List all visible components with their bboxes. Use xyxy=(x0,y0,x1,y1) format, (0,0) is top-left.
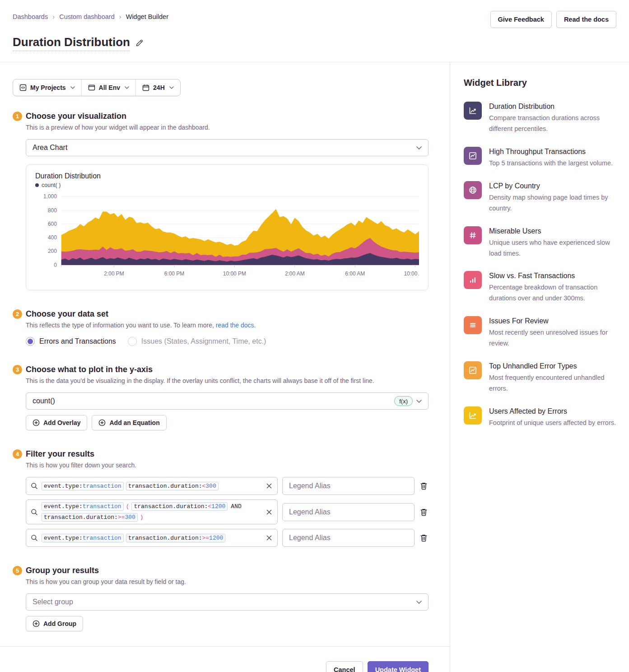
svg-text:600: 600 xyxy=(48,221,57,227)
trash-icon xyxy=(420,508,428,516)
library-item-miserable-users[interactable]: Miserable Users Unique users who have ex… xyxy=(464,226,616,259)
library-item-description: Compare transaction durations across dif… xyxy=(489,113,616,135)
page-title[interactable]: Duration Distribution xyxy=(13,35,130,51)
builder-main: My Projects All Env 24H 1 Choose your vi… xyxy=(0,62,450,672)
svg-text:2:00 PM: 2:00 PM xyxy=(104,271,124,277)
group-select[interactable]: Select group xyxy=(26,593,429,611)
breadcrumb-custom-dashboard[interactable]: Custom dashboard xyxy=(59,13,115,20)
add-equation-button[interactable]: Add an Equation xyxy=(92,415,166,430)
library-item-high-throughput[interactable]: High Throughput Transactions Top 5 trans… xyxy=(464,147,616,169)
delete-filter-button[interactable] xyxy=(419,481,429,491)
projects-filter[interactable]: My Projects xyxy=(13,79,81,96)
search-query-input[interactable]: event.type:transaction transaction.durat… xyxy=(26,477,278,495)
clear-query-button[interactable] xyxy=(266,535,272,541)
delete-filter-button[interactable] xyxy=(419,507,429,517)
search-icon xyxy=(31,482,38,490)
trash-icon xyxy=(420,482,428,490)
page-filter-bar: My Projects All Env 24H xyxy=(13,79,181,96)
library-item-description: Most frequently encountered unhandled er… xyxy=(489,373,616,394)
close-icon xyxy=(266,509,272,515)
section-yaxis: 3 Choose what to plot in the y-axis This… xyxy=(13,365,429,430)
widget-builder-page: Dashboards › Custom dashboard › Widget B… xyxy=(0,0,629,672)
library-item-description: Top 5 transactions with the largest volu… xyxy=(489,158,613,169)
section-number-badge: 2 xyxy=(13,309,22,319)
library-item-duration-distribution[interactable]: Duration Distribution Compare transactio… xyxy=(464,102,616,135)
edit-title-button[interactable] xyxy=(135,38,144,48)
read-the-docs-button[interactable]: Read the docs xyxy=(556,11,616,28)
breadcrumb-separator: › xyxy=(119,13,121,20)
add-group-button[interactable]: Add Group xyxy=(26,616,83,631)
legend-alias-input[interactable] xyxy=(282,503,415,521)
section-dataset: 2 Choose your data set This reflects the… xyxy=(13,309,429,346)
radio-label: Issues (States, Assignment, Time, etc.) xyxy=(141,337,266,345)
update-widget-button[interactable]: Update Widget xyxy=(368,661,429,672)
library-item-users-affected[interactable]: Users Affected by Errors Footprint of un… xyxy=(464,406,616,429)
globe-icon xyxy=(464,181,482,199)
yaxis-field-select[interactable]: count() f(x) xyxy=(26,392,429,410)
line-chart-icon xyxy=(464,406,482,425)
search-query-input[interactable]: event.type:transaction ( transaction.dur… xyxy=(26,499,278,524)
add-overlay-button[interactable]: Add Overlay xyxy=(26,415,87,430)
legend-alias-input[interactable] xyxy=(282,529,415,547)
section-title: Choose your data set xyxy=(26,309,429,319)
radio-selected-icon xyxy=(26,337,35,346)
environment-filter[interactable]: All Env xyxy=(81,79,135,96)
window-icon xyxy=(88,84,95,91)
svg-text:10:00 PM: 10:00 PM xyxy=(223,271,246,277)
library-item-lcp-by-country[interactable]: LCP by Country Density map showing page … xyxy=(464,181,616,214)
chevron-down-icon xyxy=(70,86,75,89)
breadcrumb-dashboards[interactable]: Dashboards xyxy=(13,13,48,20)
breadcrumb-widget-builder: Widget Builder xyxy=(126,13,168,20)
add-group-label: Add Group xyxy=(43,620,76,627)
trash-icon xyxy=(420,534,428,542)
add-overlay-label: Add Overlay xyxy=(43,419,80,426)
library-item-description: Density map showing page load times by c… xyxy=(489,192,616,214)
section-subtitle: This reflects the type of information yo… xyxy=(26,322,429,329)
calendar-icon xyxy=(142,84,149,91)
legend-label: count( ) xyxy=(42,182,61,188)
visualization-select-value: Area Chart xyxy=(33,144,416,152)
svg-text:2:00 AM: 2:00 AM xyxy=(285,271,305,277)
svg-text:200: 200 xyxy=(48,248,57,254)
library-item-description: Footprint of unique users affected by er… xyxy=(489,418,616,429)
library-item-issues-for-review[interactable]: Issues For Review Most recently seen unr… xyxy=(464,316,616,349)
library-item-title: Users Affected by Errors xyxy=(489,407,616,415)
time-range-filter-label: 24H xyxy=(153,84,165,91)
close-icon xyxy=(266,535,272,541)
visualization-select[interactable]: Area Chart xyxy=(26,139,429,156)
library-item-top-unhandled-errors[interactable]: Top Unhandled Error Types Most frequentl… xyxy=(464,361,616,394)
page-header: Dashboards › Custom dashboard › Widget B… xyxy=(0,0,629,62)
widget-preview-panel: Duration Distribution count( ) 020040060… xyxy=(26,164,429,290)
radio-errors-and-transactions[interactable]: Errors and Transactions xyxy=(26,337,116,346)
widget-library-title: Widget Library xyxy=(464,78,616,88)
give-feedback-button[interactable]: Give Feedback xyxy=(490,11,552,28)
library-item-title: Miserable Users xyxy=(489,227,616,235)
section-number-badge: 4 xyxy=(13,449,22,459)
library-item-description: Percentage breakdown of transaction dura… xyxy=(489,282,616,304)
section-subtitle: This is the data you'd be visualizing in… xyxy=(26,377,429,384)
search-query-input[interactable]: event.type:transaction transaction.durat… xyxy=(26,529,278,547)
read-the-docs-link[interactable]: read the docs. xyxy=(216,322,256,329)
section-number-badge: 3 xyxy=(13,365,22,374)
library-item-title: Duration Distribution xyxy=(489,103,616,111)
yaxis-field-value: count() xyxy=(33,397,394,405)
section-title: Choose your visualization xyxy=(26,112,429,121)
radio-issues[interactable]: Issues (States, Assignment, Time, etc.) xyxy=(128,337,266,346)
clear-query-button[interactable] xyxy=(266,483,272,489)
time-range-filter[interactable]: 24H xyxy=(135,79,180,96)
add-equation-label: Add an Equation xyxy=(109,419,159,426)
library-item-slow-vs-fast[interactable]: Slow vs. Fast Transactions Percentage br… xyxy=(464,271,616,304)
search-icon xyxy=(31,534,38,541)
delete-filter-button[interactable] xyxy=(419,533,429,543)
chart-legend[interactable]: count( ) xyxy=(35,182,419,188)
cancel-button[interactable]: Cancel xyxy=(326,661,363,672)
section-number-badge: 5 xyxy=(13,566,22,575)
library-item-title: LCP by Country xyxy=(489,182,616,190)
library-item-title: Top Unhandled Error Types xyxy=(489,362,616,370)
list-icon xyxy=(464,316,482,334)
radio-label: Errors and Transactions xyxy=(39,337,116,345)
clear-query-button[interactable] xyxy=(266,509,272,515)
chevron-down-icon xyxy=(416,146,422,149)
legend-alias-input[interactable] xyxy=(282,477,415,495)
section-subtitle: This is a preview of how your widget wil… xyxy=(26,124,429,131)
